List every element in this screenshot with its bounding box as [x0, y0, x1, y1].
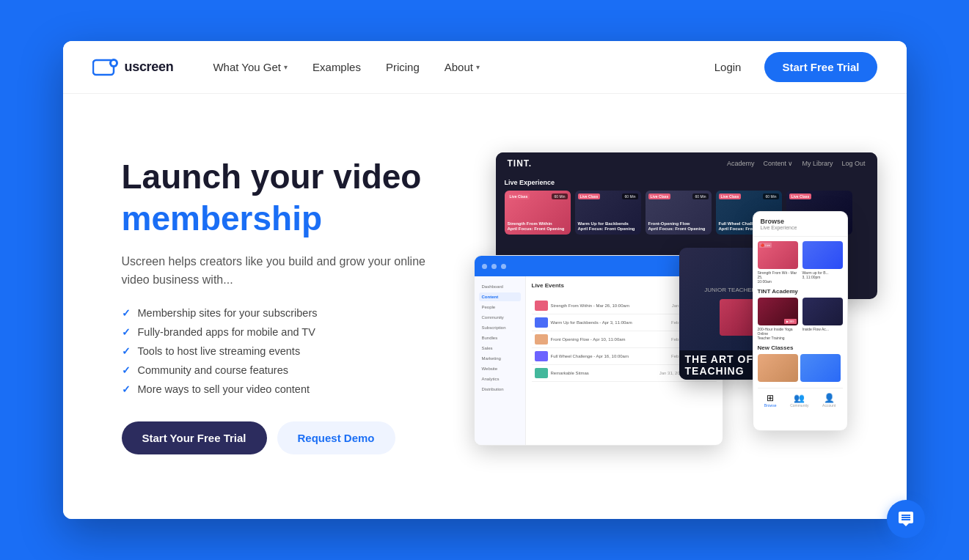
browse-item-label: Strength From Wit - Mar 25,10:00am: [758, 270, 800, 284]
profile-nav-item[interactable]: 👤 Account: [822, 393, 835, 408]
browse-header: Browse Live Experience: [753, 212, 847, 237]
video-thumbnail: [535, 368, 548, 378]
hero-heading-line1: Launch your video: [122, 158, 430, 196]
browse-row-new: [758, 354, 843, 382]
hero-cta-primary[interactable]: Start Your Free Trial: [122, 421, 267, 454]
browse-row-academy: ▶ 389 200-Hour Inside Yoga OnlineTeacher…: [758, 298, 843, 340]
video-card-label: Strength From WithinApril Focus: Front O…: [508, 221, 568, 232]
tint-academy-label: TINT Academy: [758, 288, 843, 295]
live-indicator: 🔴 Live: [759, 243, 772, 248]
chevron-down-icon: ▾: [284, 63, 288, 71]
video-card: Live Class 60 Min Front-Opening FlowApri…: [646, 191, 712, 235]
nav-about[interactable]: About ▾: [434, 55, 490, 79]
sidebar-item-people[interactable]: People: [479, 303, 521, 312]
video-card-label: Front-Opening FlowApril Focus: Front Ope…: [648, 221, 709, 232]
browse-content: 🔴 Live Strength From Wit - Mar 25,10:00a…: [753, 237, 847, 412]
video-card: Live Class 60 Min Warm Up for BackbendsA…: [575, 191, 641, 235]
video-card-label: Warm Up for BackbendsApril Focus: Front …: [578, 221, 638, 232]
list-item: ✓ Tools to host live streaming events: [122, 345, 430, 357]
home-nav-item[interactable]: ⊞ Browse: [764, 393, 777, 408]
hero-left: Launch your video membership Uscreen hel…: [122, 158, 430, 454]
new-class-thumb: [758, 354, 798, 382]
sidebar-item-bundles[interactable]: Bundles: [479, 334, 521, 342]
dash-dot: [482, 264, 487, 269]
hero-buttons: Start Your Free Trial Request Demo: [122, 421, 430, 454]
nav-examples[interactable]: Examples: [302, 55, 371, 79]
community-label: Community: [790, 403, 808, 408]
list-item: ✓ Community and course features: [122, 364, 430, 376]
count-badge: ▶ 389: [784, 319, 797, 324]
chat-widget[interactable]: [887, 500, 925, 538]
login-button[interactable]: Login: [703, 55, 753, 79]
browse-item-label: 200-Hour Inside Yoga OnlineTeacher Train…: [758, 327, 800, 340]
new-class-thumb: [800, 354, 841, 382]
list-item: ✓ More ways to sell your video content: [122, 383, 430, 395]
home-icon: ⊞: [764, 393, 777, 403]
sidebar-item-marketing[interactable]: Marketing: [479, 354, 521, 363]
event-title: Front Opening Flow - Apr 10, 11:00am: [551, 337, 626, 342]
event-title: Strength From Within - Mar 26, 10:00am: [551, 303, 629, 308]
chevron-down-icon-about: ▾: [476, 63, 480, 71]
chat-icon: [897, 510, 915, 528]
check-icon: ✓: [122, 345, 131, 357]
sidebar-item-community[interactable]: Community: [479, 313, 521, 322]
teaching-text: THE ART OFTEACHING: [685, 353, 753, 377]
nav-item: Content ∨: [763, 160, 793, 167]
nav-what-you-get[interactable]: What You Get ▾: [202, 55, 298, 79]
sidebar-item-website[interactable]: Website: [479, 364, 521, 373]
nav-links: What You Get ▾ Examples Pricing About ▾: [202, 55, 702, 79]
live-badge: Live Class: [719, 194, 742, 199]
logo[interactable]: uscreen: [92, 57, 174, 78]
browse-thumb: 🔴 Live: [758, 241, 798, 269]
video-duration: 60 Min: [692, 194, 708, 199]
hero-right: TINT. Academy Content ∨ My Library Log O…: [474, 152, 848, 460]
live-badge: Live Class: [648, 194, 671, 199]
browse-item-label: Inside Flow Ac...: [802, 327, 843, 331]
start-free-trial-button[interactable]: Start Free Trial: [764, 52, 877, 82]
profile-icon: 👤: [822, 393, 835, 403]
mockup-browse: Browse Live Experience 🔴 Live Strength F…: [753, 211, 848, 431]
navbar: uscreen What You Get ▾ Examples Pricing …: [63, 41, 907, 94]
hero-section: Launch your video membership Uscreen hel…: [63, 94, 907, 519]
live-badge: Live Class: [578, 194, 601, 199]
mockup-container: TINT. Academy Content ∨ My Library Log O…: [474, 152, 848, 460]
sidebar-item-content[interactable]: Content: [479, 292, 521, 301]
uscreen-logo-icon: [92, 57, 119, 78]
sidebar-item-dashboard[interactable]: Dashboard: [479, 282, 521, 291]
nav-pricing[interactable]: Pricing: [376, 55, 430, 79]
sidebar-item-subscription[interactable]: Subscription: [479, 323, 521, 332]
hero-cta-secondary[interactable]: Request Demo: [277, 421, 395, 454]
mockup-nav: Academy Content ∨ My Library Log Out: [727, 160, 866, 167]
mockup-header: TINT. Academy Content ∨ My Library Log O…: [496, 152, 877, 174]
sidebar-item-distribution[interactable]: Distribution: [479, 385, 521, 394]
brand-name: uscreen: [125, 59, 174, 75]
community-nav-item[interactable]: 👥 Community: [790, 393, 808, 408]
dash-section-title: Live Events: [532, 282, 564, 289]
svg-point-2: [111, 61, 116, 65]
check-icon: ✓: [122, 383, 131, 395]
community-icon: 👥: [790, 393, 808, 403]
nav-item: Log Out: [841, 160, 865, 167]
video-duration: 60 Min: [763, 194, 778, 199]
live-badge: Live Class: [789, 194, 812, 199]
tint-logo: TINT.: [508, 158, 533, 169]
video-thumbnail: [535, 301, 548, 311]
event-title: Full Wheel Challenge - Apr 16, 10:00am: [551, 354, 629, 358]
video-card: Live Class 60 Min Strength From WithinAp…: [505, 191, 571, 235]
nav-item: Academy: [727, 160, 755, 167]
list-item: ✓ Fully-branded apps for mobile and TV: [122, 326, 430, 338]
browse-subtitle: Live Experience: [761, 225, 840, 230]
video-thumbnail: [535, 334, 548, 345]
sidebar-item-analytics[interactable]: Analytics: [479, 375, 521, 383]
academy-thumb: ▶ 389: [758, 298, 798, 325]
video-duration: 60 Min: [552, 194, 567, 199]
feature-list: ✓ Membership sites for your subscribers …: [122, 307, 430, 395]
hero-heading-accent: membership: [122, 200, 430, 237]
live-experience-label: Live Experience: [505, 179, 869, 186]
browse-thumb: [802, 241, 843, 269]
dash-dot: [501, 264, 506, 269]
sidebar-item-sales[interactable]: Sales: [479, 344, 521, 353]
video-duration: 60 Min: [622, 194, 637, 199]
browse-item-label: Warm up for B...3, 11:00pm: [802, 270, 843, 279]
browse-bottom-nav: ⊞ Browse 👥 Community 👤 Account: [758, 388, 843, 408]
